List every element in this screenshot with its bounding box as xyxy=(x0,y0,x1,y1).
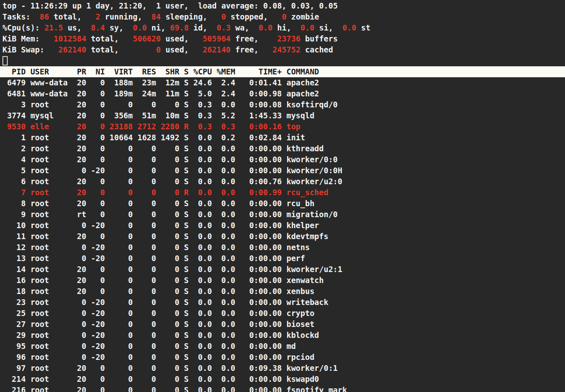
cell-virt: 0 xyxy=(109,143,133,154)
cell-cpu: 0.3 xyxy=(193,99,212,110)
process-row-1: 1root2001066416281492S0.00.20:02.84init xyxy=(0,132,565,143)
cell-pr: 0 xyxy=(72,242,86,253)
cell-user: root xyxy=(31,297,68,308)
cell-ni: -20 xyxy=(91,319,105,330)
cell-mem: 0.2 xyxy=(217,132,235,143)
cell-mem: 0.0 xyxy=(217,275,235,286)
process-table: PIDUSERPRNIVIRTRESSHRS%CPU%MEMTIME+COMMA… xyxy=(0,66,565,392)
swap-line-text: KiB Swap: xyxy=(2,45,58,54)
cell-s: S xyxy=(184,176,188,187)
tasks-line-text: zombie xyxy=(287,12,319,21)
cell-s: S xyxy=(184,352,188,363)
cursor-line xyxy=(0,55,565,66)
cell-virt: 0 xyxy=(109,297,133,308)
cell-pid: 8 xyxy=(2,198,26,209)
cell-command: writeback xyxy=(287,297,565,308)
cell-time: 0:00.00 xyxy=(240,209,282,220)
cell-cpu: 0.0 xyxy=(193,374,212,385)
cell-res: 0 xyxy=(138,264,156,275)
cell-s: S xyxy=(184,220,188,231)
cell-res: 0 xyxy=(138,198,156,209)
cell-virt: 0 xyxy=(109,352,133,363)
cell-virt: 0 xyxy=(109,231,133,242)
cell-mem: 0.0 xyxy=(217,154,235,165)
terminal-window[interactable]: top - 11:26:29 up 1 day, 21:20, 1 user, … xyxy=(0,0,565,392)
cell-res: 24m xyxy=(138,88,156,99)
cell-command: khelper xyxy=(287,220,565,231)
cell-res: 0 xyxy=(138,363,156,374)
cell-mem: 0.0 xyxy=(217,198,235,209)
cell-s: S xyxy=(184,88,188,99)
cell-res: 1628 xyxy=(138,132,156,143)
cell-virt: 0 xyxy=(109,176,133,187)
process-row-10: 10root0-20000S0.00.00:00.00khelper xyxy=(0,220,565,231)
cell-pid: 9 xyxy=(2,209,26,220)
cpu-line-text: st xyxy=(357,23,370,32)
cell-mem: 0.0 xyxy=(217,242,235,253)
cell-user: root xyxy=(31,132,68,143)
cell-virt: 0 xyxy=(109,341,133,352)
tasks-line-value: 2 xyxy=(96,12,100,21)
cell-ni: 0 xyxy=(91,132,105,143)
cell-time: 0:00.00 xyxy=(240,341,282,352)
cell-pr: 0 xyxy=(72,297,86,308)
cell-command: kblockd xyxy=(287,330,565,341)
cell-time: 0:00.16 xyxy=(240,121,282,132)
cell-mem: 5.2 xyxy=(217,110,235,121)
cell-time: 0:09.38 xyxy=(240,363,282,374)
cell-ni: 0 xyxy=(91,77,105,88)
cell-cpu: 0.0 xyxy=(193,264,212,275)
cell-res: 23m xyxy=(138,77,156,88)
cell-s: S xyxy=(184,242,188,253)
cell-shr: 0 xyxy=(161,374,180,385)
cell-command: kdevtmpfs xyxy=(287,231,565,242)
cell-s: R xyxy=(184,187,188,198)
cell-time: 0:00.00 xyxy=(240,253,282,264)
cell-ni: 0 xyxy=(91,110,105,121)
cell-time: 0:00.00 xyxy=(240,352,282,363)
cell-command: bioset xyxy=(287,319,565,330)
cell-command: top xyxy=(287,121,565,132)
cell-s: S xyxy=(184,363,188,374)
cell-mem: 0.0 xyxy=(217,231,235,242)
cell-user: root xyxy=(31,165,68,176)
cell-cpu: 0.3 xyxy=(193,121,212,132)
tasks-line-text: total, xyxy=(49,12,95,21)
cell-ni: -20 xyxy=(91,341,105,352)
cell-shr: 0 xyxy=(161,242,180,253)
cell-pr: 20 xyxy=(72,187,86,198)
cell-res: 51m xyxy=(138,110,156,121)
process-row-27: 27root0-20000S0.00.00:00.00bioset xyxy=(0,319,565,330)
cell-cpu: 0.0 xyxy=(193,319,212,330)
cell-ni: 0 xyxy=(91,198,105,209)
cell-virt: 0 xyxy=(109,319,133,330)
cell-shr: 0 xyxy=(161,253,180,264)
cell-pr: 20 xyxy=(72,363,86,374)
cell-res: 0 xyxy=(138,165,156,176)
cell-virt: 356m xyxy=(109,110,133,121)
cell-cpu: 0.0 xyxy=(193,253,212,264)
cell-time: 0:00.00 xyxy=(240,330,282,341)
cell-pid: 12 xyxy=(2,242,26,253)
cell-cpu: 24.6 xyxy=(193,77,212,88)
cell-cpu: 0.0 xyxy=(193,330,212,341)
column-header-virt: VIRT xyxy=(109,66,133,77)
cell-s: S xyxy=(184,165,188,176)
cell-virt: 0 xyxy=(109,385,133,392)
cell-user: root xyxy=(31,209,68,220)
cell-user: root xyxy=(31,198,68,209)
swap-line-text: cached xyxy=(300,45,333,54)
process-row-216: 216root200000S0.00.00:00.00fsnotify_mark xyxy=(0,385,565,392)
cell-ni: 0 xyxy=(91,143,105,154)
cell-user: root xyxy=(31,242,68,253)
swap-line-text: free, xyxy=(231,45,273,54)
cell-cpu: 0.0 xyxy=(193,231,212,242)
cell-virt: 0 xyxy=(109,374,133,385)
cell-user: mysql xyxy=(31,110,68,121)
cell-virt: 0 xyxy=(109,308,133,319)
cell-s: S xyxy=(184,341,188,352)
cell-ni: 0 xyxy=(91,187,105,198)
cell-user: root xyxy=(31,308,68,319)
cell-time: 0:00.00 xyxy=(240,275,282,286)
cell-pr: 0 xyxy=(72,165,86,176)
